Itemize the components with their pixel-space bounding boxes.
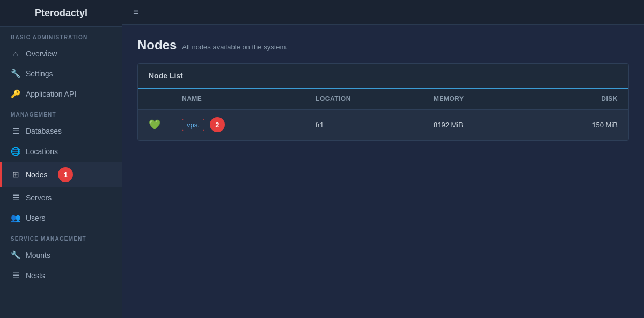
main-content: ≡ Nodes All nodes available on the syste… <box>122 0 644 318</box>
node-health-icon: 💚 <box>149 119 160 130</box>
nodes-table: Name Location Memory Disk 💚 vps. <box>138 89 628 140</box>
topbar: ≡ <box>122 0 644 25</box>
sidebar-item-databases[interactable]: ☰ Databases <box>0 121 122 141</box>
sidebar-item-users[interactable]: 👥 Users <box>0 208 122 228</box>
sidebar-item-label: Overview <box>26 49 57 58</box>
sidebar-item-label: Settings <box>26 69 53 78</box>
table-header-row: Name Location Memory Disk <box>138 89 628 110</box>
sidebar-item-mounts[interactable]: 🔧 Mounts <box>0 245 122 265</box>
nodes-icon: ⊞ <box>11 170 20 179</box>
page-title: Nodes <box>137 38 177 53</box>
sidebar-item-label: Locations <box>26 147 58 156</box>
home-icon: ⌂ <box>11 49 20 58</box>
col-location: Location <box>305 89 423 110</box>
sidebar-item-label: Mounts <box>26 251 50 259</box>
node-name-cell: vps. 2 <box>171 110 305 140</box>
node-name-badge: 2 <box>210 117 225 132</box>
page-subtitle: All nodes available on the system. <box>182 43 288 51</box>
card-header: Node List <box>138 64 628 89</box>
nodes-count-badge: 1 <box>58 167 73 182</box>
users-icon: 👥 <box>11 213 20 223</box>
sidebar-item-overview[interactable]: ⌂ Overview <box>0 44 122 63</box>
sidebar-item-label: Application API <box>26 90 76 98</box>
node-name-link[interactable]: vps. <box>182 119 204 131</box>
sidebar-item-label: Nests <box>26 271 45 280</box>
servers-icon: ☰ <box>11 193 20 203</box>
page-header: Nodes All nodes available on the system. <box>137 38 629 53</box>
content-area: Nodes All nodes available on the system.… <box>122 25 644 318</box>
sidebar-item-nests[interactable]: ☰ Nests <box>0 265 122 286</box>
key-icon: 🔑 <box>11 89 20 99</box>
col-disk: Disk <box>531 89 628 110</box>
section-label-management: MANAGEMENT <box>0 104 122 121</box>
nests-icon: ☰ <box>11 271 20 280</box>
sidebar-item-label: Nodes <box>26 170 47 179</box>
globe-icon: 🌐 <box>11 147 20 156</box>
sidebar-item-locations[interactable]: 🌐 Locations <box>0 141 122 162</box>
menu-toggle-icon[interactable]: ≡ <box>133 6 139 18</box>
sidebar-item-label: Servers <box>26 193 52 202</box>
col-memory: Memory <box>423 89 531 110</box>
sidebar-item-servers[interactable]: ☰ Servers <box>0 187 122 208</box>
table-row: 💚 vps. 2 fr1 8192 MiB 150 MiB <box>138 110 628 140</box>
node-memory-cell: 8192 MiB <box>423 110 531 140</box>
sidebar-item-label: Users <box>26 214 46 222</box>
app-logo: Pterodactyl <box>0 0 122 27</box>
node-location-cell: fr1 <box>305 110 423 140</box>
sidebar-item-settings[interactable]: 🔧 Settings <box>0 63 122 84</box>
sidebar-item-label: Databases <box>26 127 62 135</box>
sidebar: Pterodactyl BASIC ADMINISTRATION ⌂ Overv… <box>0 0 122 318</box>
node-disk-cell: 150 MiB <box>531 110 628 140</box>
section-label-service: SERVICE MANAGEMENT <box>0 228 122 245</box>
node-list-card: Node List Name Location Memory Disk 💚 <box>137 63 629 141</box>
node-status-cell: 💚 <box>138 110 171 140</box>
section-label-basic: BASIC ADMINISTRATION <box>0 27 122 44</box>
wrench-icon: 🔧 <box>11 69 20 78</box>
database-icon: ☰ <box>11 126 20 136</box>
page-title-wrapper: Nodes All nodes available on the system. <box>137 38 629 53</box>
sidebar-item-nodes[interactable]: ⊞ Nodes 1 <box>0 162 122 187</box>
sidebar-item-application-api[interactable]: 🔑 Application API <box>0 84 122 104</box>
col-icon <box>138 89 171 110</box>
mounts-icon: 🔧 <box>11 250 20 260</box>
col-name: Name <box>171 89 305 110</box>
